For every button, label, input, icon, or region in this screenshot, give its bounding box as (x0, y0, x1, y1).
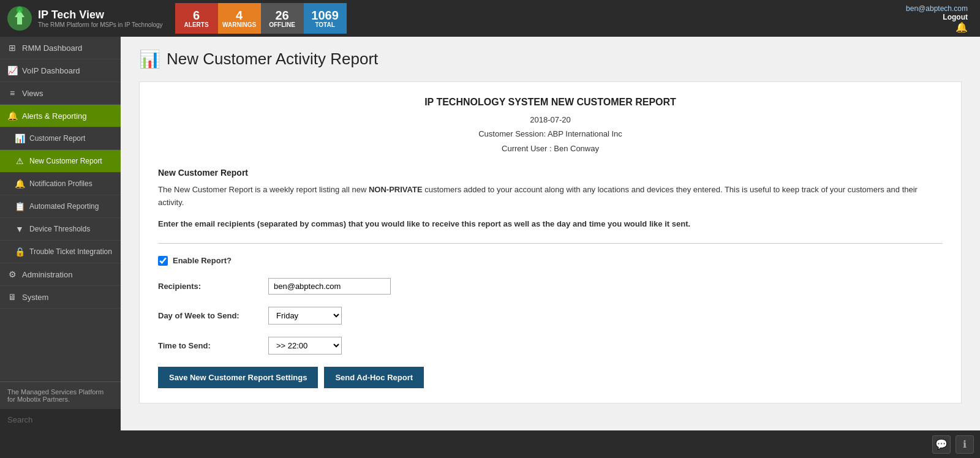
page-title-area: 📊 New Customer Activity Report (139, 49, 962, 69)
sidebar-item-voip-dashboard[interactable]: 📈 VoIP Dashboard (0, 59, 121, 82)
header-stats: 6 ALERTS 4 WARNINGS 26 OFFLINE 1069 TOTA… (175, 3, 347, 34)
info-button[interactable]: ℹ (956, 435, 974, 454)
bottom-bar: 💬 ℹ (0, 430, 980, 458)
sidebar-item-new-customer-report[interactable]: ⚠ New Customer Report (0, 150, 121, 173)
views-icon: ≡ (7, 88, 17, 98)
sidebar-item-rmm-dashboard[interactable]: ⊞ RMM Dashboard (0, 37, 121, 59)
sidebar-label-system: System (22, 293, 48, 302)
day-of-week-select[interactable]: Sunday Monday Tuesday Wednesday Thursday… (268, 307, 342, 325)
svg-point-2 (17, 7, 23, 13)
sidebar-label-new-customer-report: New Customer Report (29, 157, 102, 165)
total-label: TOTAL (315, 21, 334, 28)
sidebar-item-notification-profiles[interactable]: 🔔 Notification Profiles (0, 173, 121, 195)
report-description: The New Customer Report is a weekly repo… (158, 184, 943, 209)
sidebar-footer-text: The Managed Services Platform for Moboti… (7, 388, 104, 403)
offline-label: OFFLINE (269, 21, 295, 28)
layout: ⊞ RMM Dashboard 📈 VoIP Dashboard ≡ Views… (0, 37, 980, 430)
app-logo: IP Tech View The RMM Platform for MSPs i… (6, 5, 163, 32)
sidebar-label-device-thresholds: Device Thresholds (29, 225, 90, 233)
warnings-label: WARNINGS (222, 21, 256, 28)
report-session: Customer Session: ABP International Inc (478, 129, 622, 138)
sidebar-spacer (0, 309, 121, 381)
sidebar-item-administration[interactable]: ⚙ Administration (0, 263, 121, 286)
total-count: 1069 (311, 9, 339, 21)
app-name: IP Tech View (38, 9, 163, 21)
description-bold: NON-PRIVATE (369, 185, 423, 194)
search-input[interactable] (0, 409, 121, 430)
app-subtitle: The RMM Platform for MSPs in IP Technolo… (38, 21, 163, 28)
enable-report-checkbox[interactable] (158, 256, 168, 266)
automated-reporting-icon: 📋 (15, 201, 24, 211)
sidebar: ⊞ RMM Dashboard 📈 VoIP Dashboard ≡ Views… (0, 37, 121, 430)
notification-profiles-icon: 🔔 (15, 179, 24, 189)
sidebar-label-alerts-reporting: Alerts & Reporting (22, 111, 87, 121)
logout-button[interactable]: Logout (906, 13, 968, 21)
warnings-stat[interactable]: 4 WARNINGS (218, 3, 261, 34)
report-date: 2018-07-20 (530, 115, 571, 124)
alerts-reporting-icon: 🔔 (7, 111, 17, 121)
sidebar-item-automated-reporting[interactable]: 📋 Automated Reporting (0, 195, 121, 218)
enable-row: Enable Report? (158, 256, 943, 266)
logo-icon (6, 5, 33, 32)
administration-icon: ⚙ (7, 269, 17, 279)
recipients-input[interactable] (268, 278, 391, 295)
report-instructions: Enter the email recipients (separated by… (158, 218, 943, 231)
bell-icon[interactable]: 🔔 (906, 21, 968, 33)
alerts-stat[interactable]: 6 ALERTS (175, 3, 218, 34)
header: IP Tech View The RMM Platform for MSPs i… (0, 0, 980, 37)
report-section-title: New Customer Report (158, 168, 943, 178)
sidebar-label-views: Views (22, 89, 43, 98)
report-card: IP TECHNOLOGY SYSTEM NEW CUSTOMER REPORT… (139, 81, 962, 404)
time-to-send-row: Time to Send: >> 22:00 >> 23:00 >> 00:00… (158, 337, 943, 355)
alerts-count: 6 (193, 9, 200, 21)
recipients-label: Recipients: (158, 282, 262, 291)
offline-stat[interactable]: 26 OFFLINE (261, 3, 304, 34)
time-to-send-select[interactable]: >> 22:00 >> 23:00 >> 00:00 >> 01:00 (268, 337, 342, 355)
sidebar-item-system[interactable]: 🖥 System (0, 286, 121, 309)
day-of-week-label: Day of Week to Send: (158, 311, 262, 320)
description-text-1: The New Customer Report is a weekly repo… (158, 185, 369, 194)
report-header: IP TECHNOLOGY SYSTEM NEW CUSTOMER REPORT… (158, 97, 943, 156)
sidebar-label-voip-dashboard: VoIP Dashboard (22, 66, 80, 75)
send-adhoc-button[interactable]: Send Ad-Hoc Report (324, 367, 424, 388)
sidebar-label-customer-report: Customer Report (29, 134, 85, 143)
user-email: ben@abptech.com (906, 4, 968, 13)
chat-icon: 💬 (935, 438, 948, 450)
time-to-send-label: Time to Send: (158, 341, 262, 350)
sidebar-item-trouble-ticket[interactable]: 🔒 Trouble Ticket Integration (0, 241, 121, 263)
voip-dashboard-icon: 📈 (7, 66, 17, 75)
recipients-row: Recipients: (158, 278, 943, 295)
sidebar-label-trouble-ticket: Trouble Ticket Integration (29, 247, 112, 256)
report-user: Current User : Ben Conway (502, 144, 599, 153)
sidebar-label-administration: Administration (22, 270, 72, 279)
new-customer-report-icon: ⚠ (15, 156, 24, 166)
header-user: ben@abptech.com Logout 🔔 (906, 4, 974, 33)
sidebar-item-alerts-reporting[interactable]: 🔔 Alerts & Reporting (0, 105, 121, 127)
enable-report-label: Enable Report? (173, 256, 232, 265)
rmm-dashboard-icon: ⊞ (7, 43, 17, 53)
chart-icon: 📊 (139, 49, 160, 69)
total-stat[interactable]: 1069 TOTAL (304, 3, 347, 34)
report-main-title: IP TECHNOLOGY SYSTEM NEW CUSTOMER REPORT (158, 97, 943, 108)
sidebar-label-automated-reporting: Automated Reporting (29, 202, 99, 211)
system-icon: 🖥 (7, 292, 17, 302)
device-thresholds-icon: ▼ (15, 224, 24, 234)
sidebar-item-device-thresholds[interactable]: ▼ Device Thresholds (0, 218, 121, 241)
day-of-week-row: Day of Week to Send: Sunday Monday Tuesd… (158, 307, 943, 325)
page-title: New Customer Activity Report (167, 50, 378, 69)
sidebar-label-notification-profiles: Notification Profiles (29, 179, 92, 188)
warnings-count: 4 (236, 9, 243, 21)
chat-button[interactable]: 💬 (932, 435, 951, 454)
save-button[interactable]: Save New Customer Report Settings (158, 367, 318, 388)
report-meta: 2018-07-20 Customer Session: ABP Interna… (158, 113, 943, 156)
sidebar-item-customer-report[interactable]: 📊 Customer Report (0, 127, 121, 150)
button-row: Save New Customer Report Settings Send A… (158, 367, 943, 388)
customer-report-icon: 📊 (15, 133, 24, 143)
sidebar-item-views[interactable]: ≡ Views (0, 82, 121, 105)
logo-text: IP Tech View The RMM Platform for MSPs i… (38, 9, 163, 28)
sidebar-footer: The Managed Services Platform for Moboti… (0, 381, 121, 409)
sidebar-label-rmm-dashboard: RMM Dashboard (22, 43, 82, 53)
divider (158, 243, 943, 244)
alerts-label: ALERTS (184, 21, 209, 28)
main-content: 📊 New Customer Activity Report IP TECHNO… (121, 37, 980, 430)
